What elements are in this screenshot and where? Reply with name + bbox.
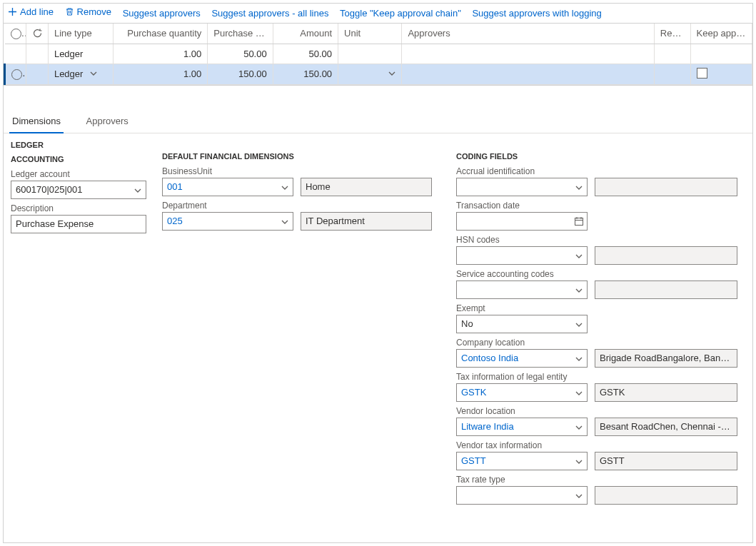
row-selector[interactable] [5, 64, 26, 84]
ledger-section-title: LEDGER [11, 141, 153, 149]
vendor-tax-select[interactable]: GSTT [456, 452, 588, 470]
calendar-icon [574, 216, 584, 226]
tax-info-desc: GSTK [595, 383, 737, 402]
ledger-account-value: 600170|025|001 [16, 184, 83, 195]
tax-rate-desc [595, 486, 737, 505]
description-value: Purchase Expense [16, 218, 94, 229]
chevron-down-icon [281, 217, 288, 228]
col-amount[interactable]: Amount [273, 24, 338, 44]
table-row[interactable]: Ledger 1.00 150.00 150.00 [5, 64, 752, 84]
department-code: 025 [167, 216, 183, 226]
chevron-down-icon [575, 183, 583, 193]
svg-rect-0 [575, 218, 583, 225]
company-location-select[interactable]: Contoso India [456, 349, 588, 368]
tax-rate-select[interactable] [456, 486, 588, 505]
add-line-label: Add line [20, 6, 54, 17]
plus-icon [8, 7, 17, 16]
col-price[interactable]: Purchase price [208, 24, 273, 44]
chevron-down-icon [281, 183, 288, 193]
accounting-heading: ACCOUNTING [11, 155, 153, 163]
chevron-down-icon[interactable] [90, 70, 97, 77]
department-label: Department [162, 201, 448, 211]
department-name: IT Department [301, 212, 432, 231]
cell-qty[interactable]: 1.00 [114, 64, 208, 84]
accrual-select[interactable] [456, 178, 588, 196]
vendor-tax-label: Vendor tax information [456, 440, 745, 450]
exempt-select[interactable]: No [456, 315, 588, 333]
cell-keep[interactable] [690, 64, 752, 84]
suggest-approvers-all-button[interactable]: Suggest approvers - all lines [211, 8, 328, 19]
business-unit-name: Home [301, 178, 432, 196]
remove-button[interactable]: Remove [65, 6, 111, 17]
business-unit-select[interactable]: 001 [162, 178, 293, 196]
suggest-with-logging-button[interactable]: Suggest approvers with logging [472, 8, 601, 19]
cell-amount[interactable]: 150.00 [273, 64, 338, 84]
tab-dimensions[interactable]: Dimensions [9, 111, 64, 133]
hsn-label: HSN codes [456, 235, 745, 245]
toolbar: Add line Remove Suggest approvers Sugges… [4, 4, 752, 23]
remove-label: Remove [77, 6, 111, 17]
col-qty[interactable]: Purchase quantity [114, 24, 208, 44]
select-all-header[interactable] [5, 24, 26, 44]
cell-qty[interactable]: 1.00 [114, 44, 208, 64]
add-line-button[interactable]: Add line [8, 6, 54, 17]
chevron-down-icon [575, 320, 583, 330]
chevron-down-icon [388, 70, 395, 77]
description-label: Description [11, 203, 153, 213]
hsn-desc [595, 246, 737, 265]
radio-icon [11, 69, 22, 80]
chevron-down-icon [575, 285, 583, 296]
col-unit[interactable]: Unit [338, 24, 402, 44]
vendor-location-select[interactable]: Litware India [456, 418, 588, 436]
detail-tabs: Dimensions Approvers [4, 111, 752, 133]
transaction-date-input[interactable] [456, 212, 588, 231]
vendor-location-desc: Besant RoadChen, Chennai - 60... [595, 418, 737, 436]
trash-icon [65, 7, 74, 16]
transaction-date-label: Transaction date [456, 201, 745, 211]
description-input[interactable]: Purchase Expense [11, 215, 146, 233]
business-unit-label: BusinessUnit [162, 166, 448, 176]
vendor-location-value: Litware India [461, 421, 514, 432]
chevron-down-icon [134, 186, 141, 196]
chevron-down-icon [575, 388, 583, 399]
ledger-account-input[interactable]: 600170|025|001 [11, 181, 146, 199]
exempt-label: Exempt [456, 303, 745, 313]
company-location-desc: Brigade RoadBangalore, Bangal... [595, 349, 737, 368]
accrual-label: Accrual identification [456, 166, 745, 176]
company-location-label: Company location [456, 338, 745, 348]
col-approvers[interactable]: Approvers [402, 24, 654, 44]
cell-amount[interactable]: 50.00 [273, 44, 338, 64]
cell-price[interactable]: 50.00 [208, 44, 273, 64]
chevron-down-icon [575, 251, 583, 262]
sac-label: Service accounting codes [456, 269, 745, 279]
vendor-location-label: Vendor location [456, 406, 745, 416]
dimensions-panel: LEDGER ACCOUNTING Ledger account 600170|… [4, 133, 752, 516]
tax-rate-label: Tax rate type [456, 475, 745, 485]
department-select[interactable]: 025 [162, 212, 293, 231]
tab-approvers[interactable]: Approvers [84, 111, 131, 132]
refresh-header[interactable] [26, 24, 48, 44]
checkbox-icon [697, 68, 707, 79]
col-replacer[interactable]: Replacer [654, 24, 690, 44]
tax-info-select[interactable]: GSTK [456, 383, 588, 402]
vendor-tax-desc: GSTT [595, 452, 737, 470]
cell-line-type[interactable]: Ledger [48, 44, 113, 64]
col-line-type[interactable]: Line type [48, 24, 113, 44]
company-location-value: Contoso India [461, 353, 518, 363]
cell-price[interactable]: 150.00 [208, 64, 273, 84]
coding-fields-heading: CODING FIELDS [456, 152, 745, 161]
hsn-select[interactable] [456, 246, 588, 265]
sac-select[interactable] [456, 280, 588, 299]
cell-line-type-text: Ledger [54, 69, 83, 79]
col-keep[interactable]: Keep approval ... [690, 24, 752, 44]
table-row[interactable]: Ledger 1.00 50.00 50.00 [5, 44, 752, 64]
tax-info-label: Tax information of legal entity [456, 372, 745, 382]
suggest-approvers-button[interactable]: Suggest approvers [123, 8, 201, 19]
radio-icon [11, 29, 21, 39]
vendor-tax-value: GSTT [461, 455, 486, 466]
cell-unit[interactable] [338, 64, 402, 84]
cell-line-type[interactable]: Ledger [48, 64, 113, 84]
business-unit-code: 001 [167, 181, 183, 192]
toggle-keep-chain-button[interactable]: Toggle "Keep approval chain" [340, 8, 461, 19]
exempt-value: No [461, 318, 473, 329]
